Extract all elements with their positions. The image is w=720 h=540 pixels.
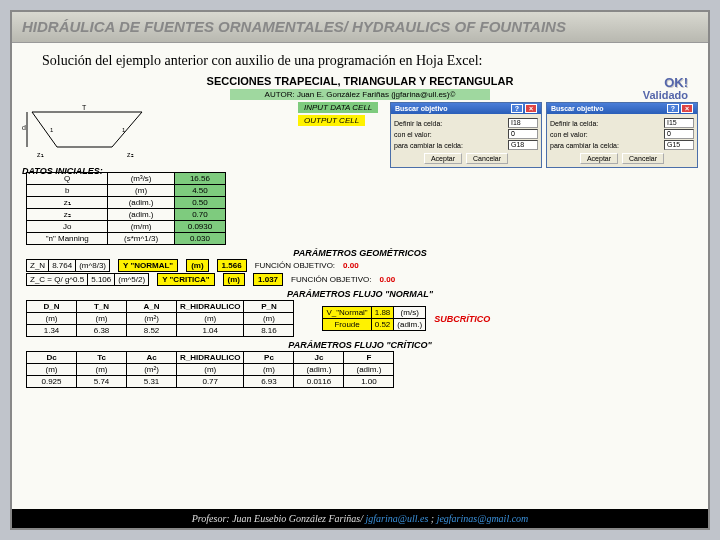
params-geo-title: PARÁMETROS GEOMÉTRICOS [22,248,698,258]
critical-flow-table: DcTcAcR_HIDRAULICOPcJcF (m)(m)(m²)(m)(m)… [26,351,394,388]
objective-value-2: 0.00 [380,275,396,284]
worksheet-area: OK! Validado SECCIONES TRAPECIAL, TRIANG… [12,75,708,388]
y-normal-label: Y "NORMAL" [118,259,178,272]
accept-button[interactable]: Aceptar [424,153,462,164]
close-icon[interactable]: × [525,104,537,113]
cancel-button[interactable]: Cancelar [622,153,664,164]
datos-iniciales-label: DATOS INICIALES: [22,166,152,176]
email-link-1[interactable]: jgfarina@ull.es [365,513,428,524]
initial-data-table: Q(m³/s)16.56 b(m)4.50 z₁(adim.)0.50 z₂(a… [26,172,226,245]
svg-text:1: 1 [50,127,54,133]
dialog-title: Buscar objetivo [551,105,604,112]
y-critica-value: 1.037 [253,273,283,286]
legend-output: OUTPUT CELL [298,115,365,126]
svg-text:z₂: z₂ [127,151,134,158]
set-cell-field[interactable]: I15 [664,118,694,128]
svg-text:T: T [82,104,87,111]
validated-badge: Validado [643,89,688,101]
author-line: AUTOR: Juan E. González Fariñas (jgfarin… [230,89,490,100]
email-link-2[interactable]: jegfarinas@gmail.com [437,513,529,524]
section-sketch: T d z₁ z₂ 1 1 DATOS INICIALES: [22,102,152,172]
params-normal-title: PARÁMETROS FLUJO "NORMAL" [22,289,698,299]
goal-seek-dialog-1: Buscar objetivo?× Definir la celda:I18 c… [390,102,542,168]
objective-value-1: 0.00 [343,261,359,270]
to-value-field[interactable]: 0 [664,129,694,139]
banner-text: HIDRÁULICA DE FUENTES ORNAMENTALES/ HYDR… [22,18,566,35]
accept-button[interactable]: Aceptar [580,153,618,164]
changing-cell-field[interactable]: G15 [664,140,694,150]
y-normal-value: 1.566 [217,259,247,272]
intro-text: Solución del ejemplo anterior con auxili… [12,43,708,73]
help-icon[interactable]: ? [667,104,679,113]
footer: Profesor: Juan Eusebio González Fariñas/… [12,509,708,528]
legend-input: INPUT DATA CELL [298,102,378,113]
set-cell-field[interactable]: I18 [508,118,538,128]
cancel-button[interactable]: Cancelar [466,153,508,164]
y-critica-label: Y "CRITICA" [157,273,214,286]
svg-text:z₁: z₁ [37,151,44,158]
to-value-field[interactable]: 0 [508,129,538,139]
dialog-title: Buscar objetivo [395,105,448,112]
changing-cell-field[interactable]: G18 [508,140,538,150]
ok-badge: OK! [664,75,688,90]
worksheet-title: SECCIONES TRAPECIAL, TRIANGULAR Y RECTAN… [22,75,698,87]
svg-text:d: d [22,124,26,131]
goal-seek-dialog-2: Buscar objetivo?× Definir la celda:I15 c… [546,102,698,168]
params-critico-title: PARÁMETROS FLUJO "CRÍTICO" [22,340,698,350]
title-banner: HIDRÁULICA DE FUENTES ORNAMENTALES/ HYDR… [12,12,708,43]
help-icon[interactable]: ? [511,104,523,113]
close-icon[interactable]: × [681,104,693,113]
svg-line-3 [112,112,142,147]
subcritico-label: SUBCRÍTICO [434,314,490,324]
normal-flow-table: D_NT_NA_NR_HIDRAULICOP_N (m)(m)(m²)(m)(m… [26,300,294,337]
